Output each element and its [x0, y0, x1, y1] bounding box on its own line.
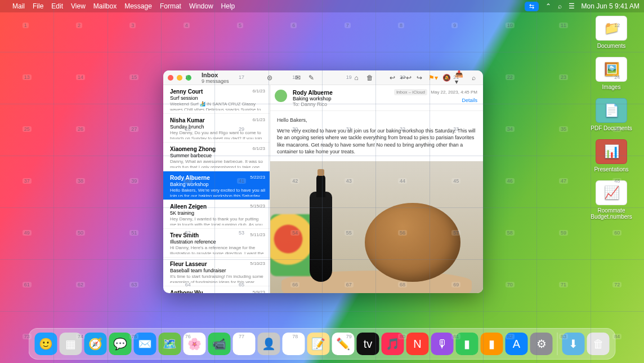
message-date: 6/1/23: [253, 88, 265, 94]
grid-cell-number: 11: [559, 23, 568, 28]
message-subject: Sunday brunch: [170, 124, 265, 130]
dock-reminders[interactable]: ☑︎: [283, 333, 305, 355]
dock-podcasts[interactable]: 🎙: [431, 333, 454, 355]
dock-news[interactable]: N: [406, 333, 429, 355]
menu-window[interactable]: Window: [189, 2, 213, 10]
grid-cell-number: 1: [23, 23, 29, 28]
message-subject: Surf session: [170, 95, 265, 101]
envelope-icon[interactable]: ✉︎: [293, 73, 303, 83]
minimize-button[interactable]: [177, 75, 182, 81]
dock-trash[interactable]: 🗑: [587, 333, 610, 355]
message-date: 5/9/23: [253, 290, 265, 293]
desktop-icons: 📁Documents🖼️Images📄PDF Documents📊Present…: [583, 16, 639, 228]
dock-finder[interactable]: 🙂: [35, 333, 57, 355]
message-row[interactable]: 6/1/23 Jenny Court Surf session Weekend …: [163, 85, 270, 114]
dock-messages[interactable]: 💬: [109, 333, 132, 355]
reply-icon[interactable]: ↩︎: [387, 73, 397, 83]
grid-cell-number: 71: [559, 282, 568, 287]
compose-icon[interactable]: ✎: [306, 73, 316, 83]
dock-settings[interactable]: ⚙︎: [530, 333, 553, 355]
message-row[interactable]: 5/15/23 Aileen Zeigen 5K training Hey Da…: [163, 200, 270, 229]
grid-cell-number: 6: [290, 23, 297, 28]
menu-file[interactable]: File: [33, 2, 43, 10]
dock-maps[interactable]: 🗺️: [159, 333, 181, 355]
message-date: 5/11/23: [250, 232, 265, 237]
dock-facetime[interactable]: 📹: [208, 333, 231, 355]
reply-all-icon[interactable]: ↩︎↩︎: [401, 73, 411, 83]
grid-cell-number: 5: [237, 23, 243, 28]
message-from: Nisha Kumar: [170, 117, 265, 123]
message-subject: Illustration reference: [170, 239, 265, 245]
grid-cell-number: 10: [506, 23, 515, 28]
wifi-icon[interactable]: ⌃: [545, 2, 551, 10]
sender-avatar[interactable]: [275, 90, 287, 102]
screen-mirroring-icon[interactable]: ⇆: [525, 2, 539, 11]
mute-icon[interactable]: 🔕: [441, 73, 451, 83]
message-list[interactable]: 6/1/23 Jenny Court Surf session Weekend …: [163, 85, 270, 293]
desktop-item[interactable]: 📈Roommate Budget.numbers: [583, 180, 639, 220]
message-image: [270, 161, 483, 293]
dock-numbers[interactable]: ▮: [456, 333, 478, 355]
mail-window: Inbox 9 messages ⊜ ✉︎ ✎ ⌂ 🗑 ↩︎ ↩︎↩︎ ↪︎ ⚑…: [163, 70, 483, 293]
dock-launchpad[interactable]: ▦: [60, 333, 82, 355]
dock: 🙂▦🧭💬✉️🗺️🌸📹5👤☑︎📝✏️tv🎵N🎙▮▮A⚙︎⬇︎🗑: [29, 328, 616, 360]
desktop-item-label: PDF Documents: [591, 125, 632, 131]
menu-edit[interactable]: Edit: [51, 2, 63, 10]
flag-icon[interactable]: ⚑▾: [428, 73, 438, 83]
message-row[interactable]: 5/22/23 Rody Albuerne Baking workshop He…: [163, 171, 270, 200]
details-link[interactable]: Details: [462, 98, 477, 103]
grid-cell-number: 39: [129, 178, 138, 184]
forward-icon[interactable]: ↪︎: [414, 73, 424, 83]
dock-contacts[interactable]: 👤: [258, 333, 280, 355]
message-reader: Inbox – iCloud May 22, 2023, 4:45 PM Det…: [270, 85, 483, 293]
menu-mail[interactable]: Mail: [12, 2, 25, 10]
search-icon[interactable]: ⌕: [558, 2, 562, 10]
desktop-item[interactable]: 🖼️Images: [583, 57, 639, 90]
control-center-icon[interactable]: ☰: [569, 2, 575, 10]
message-date: 6/1/23: [253, 117, 265, 122]
reader-body-text: We're very excited to have you all join …: [277, 127, 476, 156]
menu-help[interactable]: Help: [221, 2, 235, 10]
message-row[interactable]: 5/10/23 Fleur Lasseur Baseball team fund…: [163, 258, 270, 286]
grid-cell-number: 61: [23, 282, 32, 287]
message-row[interactable]: 5/11/23 Trev Smith Illustration referenc…: [163, 229, 270, 258]
dock-photos[interactable]: 🌸: [184, 333, 206, 355]
grid-cell-number: 37: [23, 178, 32, 184]
menu-message[interactable]: Message: [124, 2, 152, 10]
message-row[interactable]: 6/1/23 Nisha Kumar Sunday brunch Hey Dan…: [163, 114, 270, 143]
dock-safari[interactable]: 🧭: [84, 333, 107, 355]
dock-appstore[interactable]: A: [506, 333, 528, 355]
desktop-item[interactable]: 📁Documents: [583, 16, 639, 49]
dock-calendar[interactable]: 5: [233, 333, 256, 355]
search-icon[interactable]: ⌕: [468, 73, 478, 83]
dock-tv[interactable]: tv: [357, 333, 379, 355]
move-icon[interactable]: 📥▾: [455, 73, 465, 83]
close-button[interactable]: [168, 75, 173, 81]
dock-mail[interactable]: ✉️: [134, 333, 156, 355]
trash-icon[interactable]: 🗑: [365, 73, 375, 83]
menu-mailbox[interactable]: Mailbox: [93, 2, 117, 10]
menu-view[interactable]: View: [71, 2, 86, 10]
grid-cell-number: 7: [345, 23, 351, 28]
dock-music[interactable]: 🎵: [382, 333, 404, 355]
grid-cell-number: 72: [612, 282, 621, 287]
filter-icon[interactable]: ⊜: [265, 73, 275, 83]
message-row[interactable]: 6/1/23 Xiaomeng Zhong Summer barbecue Da…: [163, 143, 270, 171]
grid-cell-number: 63: [129, 282, 138, 287]
desktop-item[interactable]: 📊Presentations: [583, 139, 639, 172]
dock-notes[interactable]: 📝: [307, 333, 330, 355]
archive-icon[interactable]: ⌂: [351, 73, 361, 83]
message-subject: 5K training: [170, 210, 265, 216]
dock-downloads[interactable]: ⬇︎: [562, 333, 585, 355]
message-preview: Hi Danny, Here's a reference image for t…: [170, 245, 265, 254]
mailbox-count: 9 messages: [202, 78, 229, 84]
zoom-button[interactable]: [186, 75, 191, 81]
message-preview: It's time to start fundraising! I'm incl…: [170, 274, 265, 283]
message-row[interactable]: 5/9/23 Anthony Wu Invite edits Hey Danny…: [163, 286, 270, 293]
dock-freeform[interactable]: ✏️: [332, 333, 355, 355]
message-date: 6/1/23: [253, 146, 265, 151]
dock-keynote[interactable]: ▮: [481, 333, 503, 355]
menu-format[interactable]: Format: [160, 2, 181, 10]
clock[interactable]: Mon Jun 5 9:41 AM: [582, 2, 639, 10]
desktop-item[interactable]: 📄PDF Documents: [583, 98, 639, 131]
